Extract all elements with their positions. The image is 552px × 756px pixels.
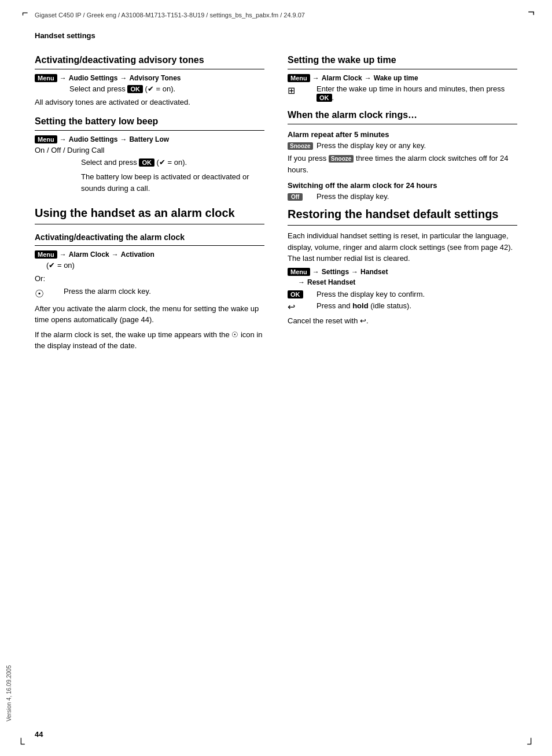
off-kbd-cell: Off [288, 192, 313, 201]
alarm-rings-title: When the alarm clock rings… [288, 110, 517, 120]
snooze-row: Snooze Press the display key or any key. [288, 141, 517, 150]
page-number: 44 [35, 730, 43, 739]
ok-kbd-r3: OK [288, 290, 303, 298]
page: ⌐ ¬ Gigaset C450 IP / Greek eng / A31008… [0, 0, 552, 756]
alarm-check-line: (✔ = on) [46, 261, 264, 270]
wake-up-title: Setting the wake up time [288, 55, 517, 65]
divider-r1 [288, 69, 517, 69]
snooze-kbd: Snooze [288, 142, 313, 150]
divider-r3 [288, 225, 517, 226]
document-header: Gigaset C450 IP / Greek eng / A31008-M17… [35, 12, 517, 21]
ok-row: OK Press the display key to confirm. [288, 290, 517, 298]
divider-1 [35, 69, 264, 69]
battery-beep-title: Setting the battery low beep [35, 116, 264, 127]
ok-desc: Press the display key to confirm. [317, 290, 517, 298]
ok-kbd-cell: OK [288, 290, 313, 298]
alarm-clock-big-title: Using the handset as an alarm clock [35, 205, 264, 220]
battery-on-off: On / Off / During Call [35, 146, 264, 154]
divider-3 [35, 224, 264, 224]
wake-up-menu: Menu → Alarm Clock → Wake up time [288, 74, 517, 82]
after-activate-text: After you activate the alarm clock, the … [35, 303, 264, 326]
matrix-icon: ⊞ [288, 84, 313, 102]
alarm-activate-title: Activating/deactivating the alarm clock [35, 233, 264, 242]
corner-mark-tl: ⌐ [22, 7, 28, 19]
if-alarm-set-text: If the alarm clock is set, the wake up t… [35, 329, 264, 352]
advisory-tones-desc: All advisory tones are activated or deac… [35, 97, 264, 108]
advisory-tones-indent: Select and press OK (✔ = on). [69, 84, 264, 93]
content-columns: Activating/deactivating advisory tones M… [35, 47, 517, 355]
restore-big-title: Restoring the handset default settings [288, 206, 517, 222]
menu-kbd-3: Menu [35, 250, 57, 259]
section-label: Handset settings [35, 31, 517, 40]
divider-4 [35, 245, 264, 246]
corner-mark-bl: └ [17, 738, 25, 750]
wake-up-desc: Enter the wake up time in hours and minu… [317, 84, 517, 102]
snooze-kbd-inline: Snooze [329, 155, 354, 163]
end-phone-row: ↩ Press and hold (idle status). [288, 301, 517, 312]
alarm-clock-key: ☉ Press the alarm clock key. [35, 287, 264, 300]
alarm-activate-menu: Menu → Alarm Clock → Activation [35, 250, 264, 259]
right-column: Setting the wake up time Menu → Alarm Cl… [288, 47, 517, 355]
alarm-clock-icon: ☉ [35, 287, 60, 300]
alarm-clock-key-text: Press the alarm clock key. [64, 287, 264, 300]
off-kbd: Off [288, 193, 303, 201]
divider-2 [35, 130, 264, 131]
battery-beep-indent: Select and press OK (✔ = on). The batter… [81, 157, 264, 194]
switch-off-title: Switching off the alarm clock for 24 hou… [288, 181, 517, 190]
battery-beep-menu: Menu → Audio Settings → Battery Low [35, 135, 264, 143]
left-column: Activating/deactivating advisory tones M… [35, 47, 264, 355]
snooze-desc: Press the display key or any key. [317, 141, 517, 150]
end-phone-icon: ↩ [288, 301, 313, 312]
off-row: Off Press the display key. [288, 192, 517, 201]
ok-kbd-r1: OK [317, 94, 332, 102]
snooze-note: If you press Snooze three times the alar… [288, 153, 517, 175]
alarm-repeat-title: Alarm repeat after 5 minutes [288, 130, 517, 139]
restore-menu-1: Menu → Settings → Handset [288, 268, 517, 276]
off-desc: Press the display key. [317, 192, 517, 201]
menu-kbd-2: Menu [35, 135, 57, 143]
version-text: Version 4, 16.09.2005 [6, 665, 12, 721]
menu-kbd-1: Menu [35, 74, 57, 82]
restore-menu-2: → Reset Handset [297, 278, 517, 286]
alarm-or: Or: [35, 273, 264, 285]
corner-mark-tr: ¬ [528, 6, 535, 17]
advisory-tones-menu: Menu → Audio Settings → Advisory Tones [35, 74, 264, 82]
restore-desc: Each individual handset setting is reset… [288, 230, 517, 264]
corner-mark-br: ┘ [527, 738, 535, 750]
end-phone-desc: Press and hold (idle status). [317, 301, 517, 312]
advisory-tones-title: Activating/deactivating advisory tones [35, 55, 264, 65]
menu-kbd-r1: Menu [288, 74, 310, 82]
wake-up-icon-row: ⊞ Enter the wake up time in hours and mi… [288, 84, 517, 102]
divider-r2 [288, 124, 517, 124]
header-text: Gigaset C450 IP / Greek eng / A31008-M17… [35, 12, 305, 19]
cancel-reset-text: Cancel the reset with ↩. [288, 315, 517, 327]
menu-kbd-r3: Menu [288, 268, 310, 276]
snooze-kbd-cell: Snooze [288, 141, 313, 150]
